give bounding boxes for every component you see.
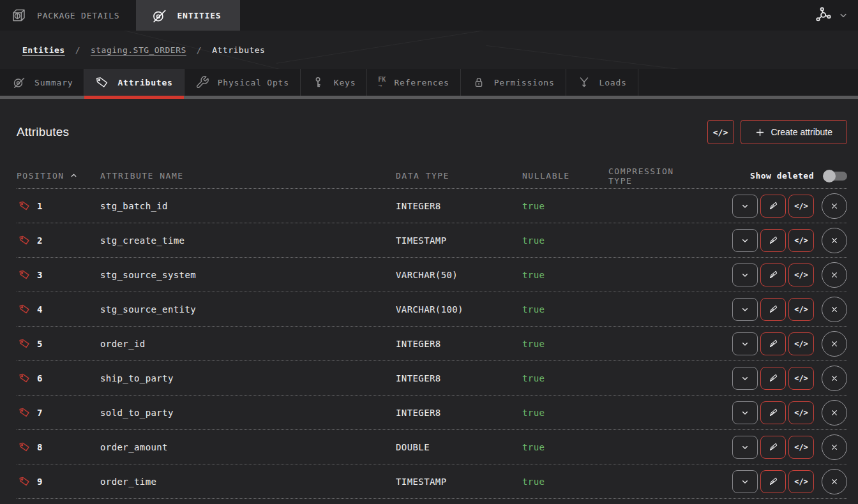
attribute-name-value: sold_to_party bbox=[100, 408, 396, 418]
edit-attribute-button[interactable] bbox=[760, 436, 786, 459]
data-type-value: TIMESTAMP bbox=[396, 235, 522, 246]
quill-edit-icon bbox=[768, 407, 779, 418]
quill-edit-icon bbox=[768, 235, 779, 246]
topbar-tab-package-details[interactable]: PACKAGE DETAILS bbox=[0, 0, 136, 31]
edit-attribute-button[interactable] bbox=[760, 470, 786, 493]
edit-attribute-button[interactable] bbox=[760, 367, 786, 390]
row-code-button[interactable]: </> bbox=[788, 332, 814, 355]
decorative-line bbox=[276, 31, 605, 64]
column-header-attribute-name[interactable]: ATTRIBUTE NAME bbox=[100, 171, 396, 181]
expand-row-button[interactable] bbox=[732, 470, 758, 493]
column-header-compression-type[interactable]: COMPRESSION TYPE bbox=[608, 167, 693, 186]
tag-icon bbox=[19, 303, 31, 315]
delete-attribute-button[interactable] bbox=[822, 262, 847, 288]
tab-references[interactable]: FK → References bbox=[367, 69, 460, 96]
column-header-data-type[interactable]: DATA TYPE bbox=[396, 171, 522, 181]
plus-icon bbox=[755, 128, 765, 137]
nullable-value: true bbox=[522, 235, 608, 246]
tab-attributes[interactable]: Attributes bbox=[84, 69, 184, 96]
breadcrumb-entity-link[interactable]: staging.STG_ORDERS bbox=[91, 45, 186, 55]
quill-edit-icon bbox=[768, 441, 779, 452]
tag-icon bbox=[19, 337, 31, 350]
column-header-nullable[interactable]: NULLABLE bbox=[522, 171, 608, 181]
position-value: 5 bbox=[37, 339, 43, 349]
entity-target-icon bbox=[11, 75, 26, 90]
topbar: PACKAGE DETAILS ENTITIES bbox=[0, 0, 858, 31]
attribute-name-value: order_time bbox=[100, 477, 396, 487]
position-value: 1 bbox=[37, 201, 43, 211]
attributes-panel: Attributes </> Create attribute POSITION bbox=[0, 118, 858, 499]
expand-row-button[interactable] bbox=[732, 229, 758, 252]
row-code-button[interactable]: </> bbox=[788, 367, 814, 390]
tag-icon bbox=[19, 475, 31, 487]
close-icon bbox=[829, 408, 839, 418]
topbar-tab-label: ENTITIES bbox=[177, 11, 221, 20]
show-deleted-toggle[interactable] bbox=[823, 170, 847, 182]
delete-attribute-button[interactable] bbox=[822, 434, 847, 460]
tab-loads[interactable]: Loads bbox=[566, 69, 638, 96]
tab-physical-opts[interactable]: Physical Opts bbox=[184, 69, 301, 96]
chevron-down-icon bbox=[740, 270, 750, 280]
expand-row-button[interactable] bbox=[732, 367, 758, 390]
delete-attribute-button[interactable] bbox=[822, 331, 847, 357]
expand-row-button[interactable] bbox=[732, 195, 758, 218]
create-attribute-button[interactable]: Create attribute bbox=[741, 120, 848, 144]
expand-row-button[interactable] bbox=[732, 332, 758, 355]
row-code-button[interactable]: </> bbox=[788, 229, 814, 252]
quill-edit-icon bbox=[768, 373, 779, 383]
tab-permissions[interactable]: Permissions bbox=[461, 69, 566, 96]
chevron-down-icon[interactable] bbox=[838, 10, 849, 21]
topbar-spacer bbox=[240, 0, 813, 31]
row-code-button[interactable]: </> bbox=[788, 401, 814, 424]
row-code-button[interactable]: </> bbox=[788, 298, 814, 321]
row-code-button[interactable]: </> bbox=[788, 263, 814, 286]
attributes-table-header: POSITION ATTRIBUTE NAME DATA TYPE NULLAB… bbox=[17, 163, 847, 189]
edit-attribute-button[interactable] bbox=[760, 195, 786, 218]
tab-summary[interactable]: Summary bbox=[0, 69, 84, 96]
topbar-tab-entities[interactable]: ENTITIES bbox=[136, 0, 240, 31]
delete-attribute-button[interactable] bbox=[822, 193, 847, 219]
network-icon[interactable] bbox=[813, 6, 832, 25]
row-code-button[interactable]: </> bbox=[788, 195, 814, 218]
delete-attribute-button[interactable] bbox=[822, 469, 847, 494]
show-deleted-label: Show deleted bbox=[750, 171, 814, 181]
nullable-value: true bbox=[522, 339, 608, 349]
column-header-position[interactable]: POSITION bbox=[17, 171, 100, 181]
edit-attribute-button[interactable] bbox=[760, 229, 786, 252]
edit-attribute-button[interactable] bbox=[760, 332, 786, 355]
delete-attribute-button[interactable] bbox=[822, 228, 847, 253]
data-type-value: VARCHAR(100) bbox=[396, 304, 522, 315]
expand-row-button[interactable] bbox=[732, 436, 758, 459]
delete-attribute-button[interactable] bbox=[822, 400, 847, 426]
edit-attribute-button[interactable] bbox=[760, 263, 786, 286]
expand-row-button[interactable] bbox=[732, 263, 758, 286]
row-code-button[interactable]: </> bbox=[788, 436, 814, 459]
data-type-value: INTEGER8 bbox=[396, 373, 522, 383]
nullable-value: true bbox=[522, 408, 608, 418]
position-value: 6 bbox=[37, 373, 43, 383]
tab-label: Loads bbox=[599, 78, 627, 87]
position-value: 9 bbox=[37, 477, 43, 487]
table-row: 6 ship_to_party INTEGER8 true bbox=[17, 361, 847, 396]
tab-keys[interactable]: Keys bbox=[301, 69, 368, 96]
expand-row-button[interactable] bbox=[732, 298, 758, 321]
data-type-value: TIMESTAMP bbox=[396, 477, 522, 487]
quill-edit-icon bbox=[768, 304, 779, 315]
expand-row-button[interactable] bbox=[732, 401, 758, 424]
delete-attribute-button[interactable] bbox=[822, 366, 847, 391]
position-value: 8 bbox=[37, 442, 43, 452]
view-code-button[interactable]: </> bbox=[707, 120, 734, 144]
tab-label: References bbox=[394, 78, 449, 87]
delete-attribute-button[interactable] bbox=[822, 297, 847, 322]
edit-attribute-button[interactable] bbox=[760, 298, 786, 321]
breadcrumb-entities-link[interactable]: Entities bbox=[22, 45, 65, 55]
tab-label: Keys bbox=[334, 78, 356, 87]
nullable-value: true bbox=[522, 201, 608, 211]
nullable-value: true bbox=[522, 304, 608, 315]
row-code-button[interactable]: </> bbox=[788, 470, 814, 493]
nullable-value: true bbox=[522, 373, 608, 383]
edit-attribute-button[interactable] bbox=[760, 401, 786, 424]
table-row: 4 stg_source_entity VARCHAR(100) true bbox=[17, 292, 847, 327]
data-type-value: INTEGER8 bbox=[396, 408, 522, 418]
close-icon bbox=[829, 201, 839, 211]
